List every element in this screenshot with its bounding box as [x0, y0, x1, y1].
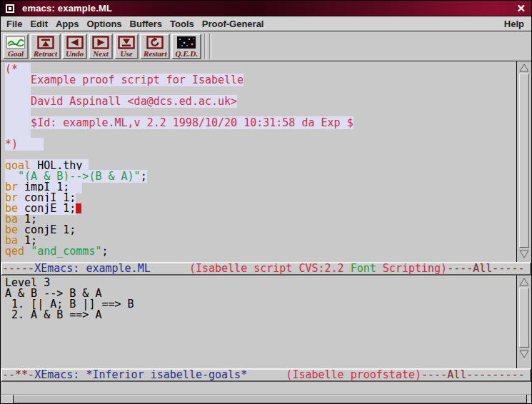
qed-button-label: Q.E.D.	[175, 49, 197, 58]
menu-help[interactable]: Help	[504, 19, 524, 29]
goal-image-icon	[6, 36, 25, 49]
code-line: *)	[5, 139, 516, 150]
code-line: David Aspinall <da@dcs.ed.ac.uk>	[5, 96, 516, 107]
goal-button-label: Goal	[8, 49, 24, 58]
xemacs-window: emacs: example.ML ✕ File Edit Apps Optio…	[0, 0, 532, 404]
code-line: $Id: example.ML,v 2.2 1998/10/20 10:31:5…	[5, 118, 516, 128]
code-line: be conjE 1;	[5, 203, 516, 214]
next-button[interactable]: Next	[89, 34, 113, 59]
menu-options[interactable]: Options	[86, 19, 121, 29]
restart-button[interactable]: Restart	[140, 34, 170, 59]
retract-button[interactable]: Retract	[30, 34, 61, 59]
code-line	[5, 128, 516, 139]
horizontal-scrollbar[interactable]	[1, 394, 531, 403]
script-scrollbar[interactable]	[516, 61, 531, 262]
script-modeline[interactable]: -----XEmacs: example.ML (Isabelle script…	[1, 262, 531, 276]
qed-starry-image-icon	[177, 36, 196, 49]
use-button[interactable]: Use	[114, 34, 139, 59]
code-line: br impI 1;	[5, 182, 516, 193]
goal-button[interactable]: Goal	[3, 34, 29, 59]
script-buffer[interactable]: (* Example proof script for Isabelle Dav…	[1, 61, 516, 262]
restart-circular-arrow-icon	[146, 36, 164, 49]
menu-edit[interactable]: Edit	[30, 19, 48, 29]
scroll-down-icon[interactable]	[518, 249, 530, 258]
code-line: Example proof script for Isabelle	[5, 75, 516, 86]
menu-bar: File Edit Apps Options Buffers Tools Pro…	[1, 16, 531, 31]
hscroll-corner-box	[1, 395, 14, 403]
qed-button[interactable]: Q.E.D.	[171, 34, 201, 59]
code-line: ba 1;	[5, 214, 516, 225]
scrollbar-thumb[interactable]	[519, 288, 529, 348]
right-arrow-icon	[92, 36, 109, 49]
scrollbar-thumb[interactable]	[519, 74, 529, 248]
retract-button-label: Retract	[34, 49, 57, 58]
use-button-label: Use	[121, 49, 133, 58]
window-menu-icon[interactable]	[6, 4, 14, 13]
close-icon[interactable]: ✕	[516, 1, 526, 16]
title-bar[interactable]: emacs: example.ML ✕	[1, 1, 531, 16]
code-line: qed "and_comms";	[5, 246, 516, 257]
menu-apps[interactable]: Apps	[56, 19, 79, 29]
code-line: br conjI 1;	[5, 193, 516, 203]
scroll-up-icon[interactable]	[518, 63, 530, 72]
undo-button[interactable]: Undo	[62, 34, 87, 59]
goals-scrollbar[interactable]	[516, 276, 531, 368]
hscroll-end-box	[526, 395, 531, 403]
text-cursor	[76, 203, 81, 213]
retract-to-top-arrow-icon	[37, 36, 54, 49]
menu-proof-general[interactable]: Proof-General	[202, 19, 264, 29]
goals-buffer[interactable]: Level 3A & B --> B & A 1. [| A; B |] ==>…	[1, 276, 516, 368]
menu-buffers[interactable]: Buffers	[130, 19, 163, 29]
minibuffer[interactable]	[1, 382, 531, 394]
menu-tools[interactable]: Tools	[170, 19, 194, 29]
undo-button-label: Undo	[66, 49, 84, 58]
toolbar-separator	[204, 34, 206, 59]
toolbar-separator	[209, 34, 211, 59]
scroll-up-icon[interactable]	[518, 277, 530, 286]
goals-line: 2. A & B ==> A	[5, 310, 516, 320]
menu-file[interactable]: File	[6, 19, 22, 29]
use-to-bottom-arrow-icon	[118, 36, 135, 49]
window-title: emacs: example.ML	[22, 3, 112, 14]
scroll-down-icon[interactable]	[518, 349, 530, 358]
qed-restart-button-label: Restart	[144, 49, 166, 58]
goals-modeline[interactable]: --**-XEmacs: *Inferior isabelle-goals* (…	[1, 368, 531, 382]
hscroll-trough[interactable]	[14, 395, 526, 403]
next-button-label: Next	[93, 49, 108, 58]
proof-toolbar: Goal Retract Undo Next	[1, 31, 531, 61]
left-arrow-icon	[66, 36, 84, 49]
code-line: be conjE 1;	[5, 225, 516, 236]
